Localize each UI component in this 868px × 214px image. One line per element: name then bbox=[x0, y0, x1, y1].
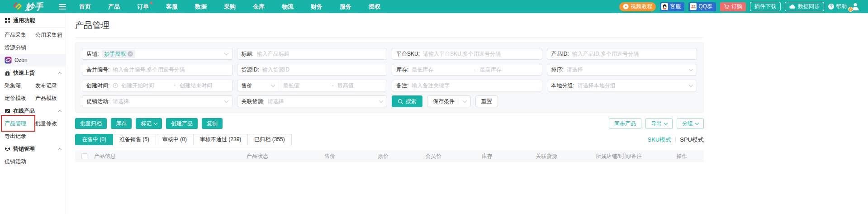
video-tutorial-label: 视频教程 bbox=[631, 3, 652, 10]
table-body-empty bbox=[75, 162, 704, 212]
user-avatar[interactable]: V bbox=[851, 2, 862, 12]
sidebar-item-product-template[interactable]: 产品模板 bbox=[35, 95, 66, 102]
price-min-input[interactable] bbox=[283, 82, 328, 89]
sidebar-row: 定价模板 产品模板 bbox=[0, 92, 66, 105]
tab-review-failed[interactable]: 审核不通过 (239) bbox=[193, 134, 248, 145]
tab-ready-to-sell[interactable]: 准备销售 (5) bbox=[113, 134, 156, 145]
chevron-up-icon[interactable] bbox=[58, 109, 62, 113]
copy-button[interactable]: 复制 bbox=[202, 118, 223, 129]
sidebar-item-export-records[interactable]: 导出记录 bbox=[0, 130, 66, 143]
related-source-filter-label: 关联货源: bbox=[242, 98, 265, 105]
save-condition-button[interactable]: 保存条件 bbox=[427, 95, 471, 107]
nav-order[interactable]: 订单 bbox=[128, 0, 157, 13]
stock-label: 库存 bbox=[116, 120, 127, 128]
create-product-button[interactable]: 创建产品 bbox=[166, 118, 198, 129]
nav-home[interactable]: 首页 bbox=[71, 0, 100, 13]
sidebar-item-supply-distribution-label: 货源分销 bbox=[5, 44, 26, 52]
bag-upload-icon bbox=[5, 70, 10, 76]
product-id-filter-input[interactable] bbox=[572, 51, 693, 57]
sidebar-item-supply-distribution[interactable]: 货源分销 bbox=[0, 41, 66, 54]
sync-product-button[interactable]: 同步产品 bbox=[609, 118, 641, 129]
source-id-filter-label: 货源ID: bbox=[242, 66, 259, 74]
export-button[interactable]: 导出 bbox=[645, 118, 673, 129]
nav-data[interactable]: 数据 bbox=[186, 0, 215, 13]
close-icon[interactable] bbox=[128, 51, 133, 57]
nav-logistics[interactable]: 物流 bbox=[273, 0, 302, 13]
sku-mode-toggle[interactable]: SKU模式 bbox=[648, 136, 672, 144]
source-id-filter-input[interactable] bbox=[262, 67, 383, 73]
cart-icon bbox=[724, 4, 730, 10]
sidebar-item-product-collect[interactable]: 产品采集 bbox=[5, 31, 35, 39]
stock-max-input[interactable] bbox=[479, 67, 537, 73]
shop-filter-select[interactable]: 店铺: 妙手授权 bbox=[82, 48, 232, 60]
qq-group-button[interactable]: QQ群 bbox=[688, 2, 716, 11]
data-sync-label: 数据同步 bbox=[798, 3, 820, 10]
create-start-input[interactable] bbox=[121, 82, 170, 89]
nav-authorization[interactable]: 授权 bbox=[360, 0, 389, 13]
column-original-price: 原价 bbox=[358, 152, 408, 160]
sidebar-item-product-management-label: 产品管理 bbox=[5, 120, 26, 127]
menu-toggle-icon[interactable] bbox=[59, 4, 66, 10]
related-source-filter-select[interactable]: 关联货源: 请选择 bbox=[237, 95, 388, 107]
plugin-download-button[interactable]: 插件下载 bbox=[750, 2, 781, 11]
mark-button[interactable]: 标记 bbox=[136, 118, 162, 129]
batch-archive-button[interactable]: 批量归档 bbox=[75, 118, 107, 129]
remark-filter-input[interactable] bbox=[412, 82, 537, 89]
spu-mode-toggle[interactable]: SPU模式 bbox=[680, 136, 704, 144]
sidebar-section-quick-listing[interactable]: 快速上货 bbox=[0, 67, 66, 79]
nav-finance[interactable]: 财务 bbox=[302, 0, 331, 13]
chevron-down-icon bbox=[664, 121, 668, 124]
search-button[interactable]: 搜索 bbox=[392, 95, 422, 107]
order-purchase-button[interactable]: 订购 bbox=[720, 2, 746, 11]
chevron-up-icon[interactable] bbox=[58, 71, 62, 75]
sidebar-section-online-products[interactable]: 在线产品 bbox=[0, 105, 66, 117]
range-separator: - bbox=[173, 82, 176, 89]
price-max-input[interactable] bbox=[337, 82, 383, 89]
group-button[interactable]: 分组 bbox=[677, 118, 704, 129]
nav-customer-service[interactable]: 客服 bbox=[157, 0, 186, 13]
chevron-down-icon bbox=[224, 51, 228, 55]
sidebar-item-batch-modify[interactable]: 批量修改 bbox=[35, 120, 66, 128]
app-logo[interactable]: 妙手 bbox=[13, 1, 43, 13]
platform-sku-filter-input[interactable] bbox=[423, 51, 537, 57]
nav-purchase[interactable]: 采购 bbox=[215, 0, 244, 13]
megaphone-icon bbox=[5, 147, 10, 152]
sidebar-item-product-management[interactable]: 产品管理 bbox=[5, 120, 35, 128]
reset-button[interactable]: 重置 bbox=[475, 95, 498, 107]
promotion-filter-select[interactable]: 促销活动: 请选择 bbox=[82, 95, 232, 107]
stock-min-input[interactable] bbox=[412, 67, 470, 73]
video-tutorial-button[interactable]: 视频教程 bbox=[619, 2, 656, 11]
tab-under-review[interactable]: 审核中 (0) bbox=[156, 134, 194, 145]
export-label: 导出 bbox=[651, 120, 662, 128]
data-sync-button[interactable]: 数据同步 bbox=[785, 2, 824, 11]
sort-filter-select[interactable]: 排序: 请选择 bbox=[547, 64, 697, 76]
price-type-select[interactable]: 售价 bbox=[237, 80, 279, 91]
create-end-input[interactable] bbox=[180, 82, 228, 89]
customer-service-button[interactable]: 客服 bbox=[660, 2, 684, 11]
tab-on-sale[interactable]: 在售中 (0) bbox=[75, 134, 113, 145]
sidebar-section-general[interactable]: 通用功能 bbox=[0, 14, 66, 28]
sidebar-item-collect-box[interactable]: 采集箱 bbox=[5, 82, 35, 90]
sidebar-item-public-collect-box[interactable]: 公用采集箱 bbox=[35, 31, 66, 39]
sidebar-section-marketing[interactable]: 营销管理 bbox=[0, 143, 66, 155]
sidebar-section-ozon[interactable]: Ozon bbox=[0, 54, 66, 67]
stock-filter-label: 库存: bbox=[396, 66, 408, 74]
nav-service[interactable]: 服务 bbox=[331, 0, 360, 13]
chevron-up-icon[interactable] bbox=[58, 147, 62, 151]
main-content: 产品管理 店铺: 妙手授权 标题: 平台SK bbox=[66, 13, 868, 214]
sidebar-item-promotion[interactable]: 促销活动 bbox=[0, 155, 66, 168]
title-filter-input[interactable] bbox=[257, 51, 383, 57]
select-all-checkbox[interactable] bbox=[81, 153, 87, 159]
stock-button[interactable]: 库存 bbox=[111, 118, 132, 129]
platform-sku-filter-field: 平台SKU: bbox=[392, 48, 542, 60]
toolbar: 批量归档 库存 标记 创建产品 复制 同步产品 导出 分组 bbox=[75, 118, 704, 129]
status-tabs: 在售中 (0) 准备销售 (5) 审核中 (0) 审核不通过 (239) 已归档… bbox=[75, 134, 704, 145]
sidebar-item-pricing-template[interactable]: 定价模板 bbox=[5, 95, 35, 102]
local-group-filter-select[interactable]: 本地分组: 请选择本地分组 bbox=[547, 80, 697, 91]
tab-archived[interactable]: 已归档 (355) bbox=[247, 134, 291, 145]
nav-product[interactable]: 产品 bbox=[100, 0, 128, 13]
nav-warehouse[interactable]: 仓库 bbox=[244, 0, 273, 13]
help-button[interactable]: ? 帮助 bbox=[828, 3, 847, 10]
merge-no-filter-input[interactable] bbox=[113, 67, 228, 73]
sidebar-item-publish-records[interactable]: 发布记录 bbox=[35, 82, 66, 90]
